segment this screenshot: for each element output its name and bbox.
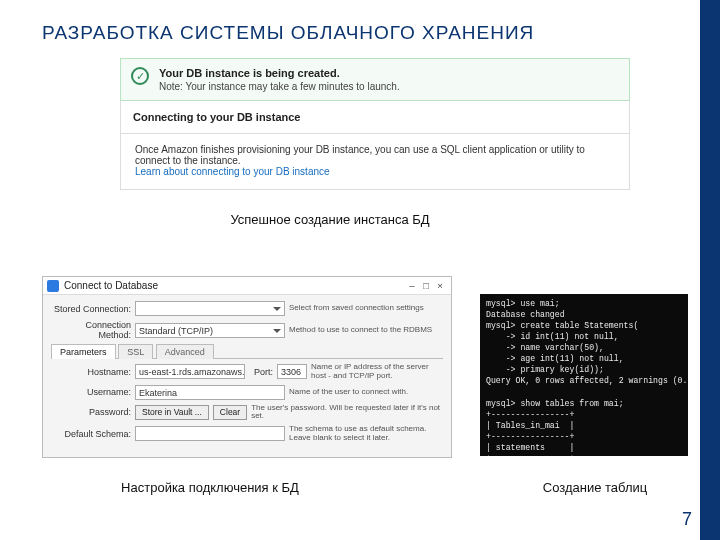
side-band [700, 0, 720, 540]
aws-success-banner: ✓ Your DB instance is being created. Not… [120, 58, 630, 101]
hostname-field[interactable]: us-east-1.rds.amazonaws.com [135, 364, 245, 379]
dialog-tabs: Parameters SSL Advanced [51, 344, 443, 359]
label-port: Port: [249, 367, 273, 377]
dialog-title: Connect to Database [64, 280, 405, 291]
store-vault-button[interactable]: Store in Vault ... [135, 405, 209, 420]
desc-schema: The schema to use as default schema. Lea… [289, 425, 443, 443]
label-stored: Stored Connection: [51, 304, 131, 314]
label-pass: Password: [51, 407, 131, 417]
caption-success: Успешное создание инстанса БД [200, 212, 460, 227]
dialog-titlebar: Connect to Database – □ × [43, 277, 451, 295]
minimize-icon[interactable]: – [405, 280, 419, 291]
aws-success-title: Your DB instance is being created. [159, 67, 400, 79]
aws-subheading: Connecting to your DB instance [120, 101, 630, 134]
desc-method: Method to use to connect to the RDBMS [289, 326, 443, 335]
aws-learn-link[interactable]: Learn about connecting to your DB instan… [135, 166, 615, 177]
mysql-terminal[interactable]: mysql> use mai; Database changed mysql> … [480, 294, 688, 456]
label-host: Hostname: [51, 367, 131, 377]
page-title: РАЗРАБОТКА СИСТЕМЫ ОБЛАЧНОГО ХРАНЕНИЯ [42, 22, 534, 44]
clear-button[interactable]: Clear [213, 405, 247, 420]
db-icon [47, 280, 59, 292]
desc-user: Name of the user to connect with. [289, 388, 443, 397]
port-field[interactable]: 3306 [277, 364, 307, 379]
aws-body: Once Amazon finishes provisioning your D… [120, 134, 630, 190]
tab-advanced[interactable]: Advanced [156, 344, 214, 359]
connection-method-combo[interactable]: Standard (TCP/IP) [135, 323, 285, 338]
caption-tables: Создание таблиц [530, 480, 660, 495]
label-user: Username: [51, 387, 131, 397]
close-icon[interactable]: × [433, 280, 447, 291]
page-number: 7 [682, 509, 692, 530]
desc-host: Name or IP address of the server host - … [311, 363, 443, 381]
schema-field[interactable] [135, 426, 285, 441]
aws-success-note: Note: Your instance may take a few minut… [159, 81, 400, 92]
caption-connect: Настройка подключения к БД [110, 480, 310, 495]
tab-ssl[interactable]: SSL [118, 344, 153, 359]
username-field[interactable]: Ekaterina [135, 385, 285, 400]
desc-stored: Select from saved connection settings [289, 304, 443, 313]
stored-connection-combo[interactable] [135, 301, 285, 316]
label-method: Connection Method: [51, 320, 131, 340]
aws-panel: ✓ Your DB instance is being created. Not… [120, 58, 630, 190]
desc-pass: The user's password. Will be requested l… [251, 404, 443, 422]
connect-dialog: Connect to Database – □ × Stored Connect… [42, 276, 452, 458]
tab-parameters[interactable]: Parameters [51, 344, 116, 359]
aws-body-text: Once Amazon finishes provisioning your D… [135, 144, 615, 166]
check-circle-icon: ✓ [131, 67, 149, 85]
label-schema: Default Schema: [51, 429, 131, 439]
maximize-icon[interactable]: □ [419, 280, 433, 291]
